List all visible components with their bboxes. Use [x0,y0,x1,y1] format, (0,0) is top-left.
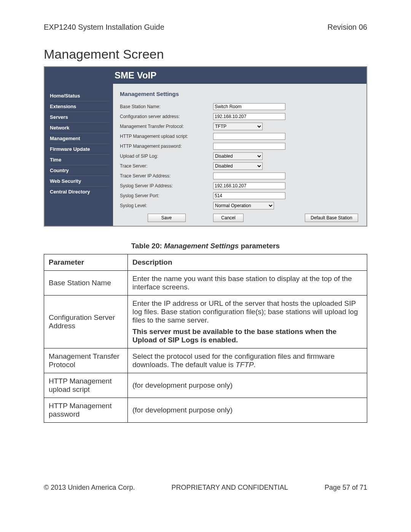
parameters-table: Parameter Description Base Station Name … [44,254,367,423]
sidebar-item-country[interactable]: Country [50,165,109,176]
label-syslog-ip: Syslog Server IP Address: [120,183,213,189]
cell-desc: Enter the IP address or URL of the serve… [128,296,367,348]
sidebar-item-extensions[interactable]: Extensions [50,101,109,112]
cell-desc: Enter the name you want this base statio… [128,271,367,296]
label-transfer-protocol: Management Transfer Protocol: [120,124,213,129]
cell-desc: (for development purpose only) [128,398,367,423]
label-syslog-port: Syslog Server Port: [120,193,213,198]
cell-desc: Select the protocol used for the configu… [128,348,367,373]
table-row: HTTP Management upload script (for devel… [44,373,367,398]
sidebar-item-websecurity[interactable]: Web Security [50,176,109,187]
th-description: Description [128,254,367,271]
footer-page: Page 57 of 71 [325,484,367,492]
cell-param: Base Station Name [44,271,128,296]
cell-param: HTTP Management password [44,398,128,423]
cell-param: HTTP Management upload script [44,373,128,398]
label-mgmt-password: HTTP Management password: [120,144,213,149]
input-config-server[interactable] [213,113,285,120]
app-title: SME VoIP [115,70,360,81]
select-syslog-level[interactable]: Normal Operation [213,202,274,209]
settings-panel: Management Settings Base Station Name: C… [113,84,366,226]
sidebar-item-network[interactable]: Network [50,123,109,133]
table-row: Management Transfer Protocol Select the … [44,348,367,373]
table-row: Base Station Name Enter the name you wan… [44,271,367,296]
label-upload-script: HTTP Management upload script: [120,134,213,139]
sidebar-item-servers[interactable]: Servers [50,112,109,123]
sidebar-item-firmware[interactable]: Firmware Update [50,144,109,155]
doc-title: EXP1240 System Installation Guide [44,23,164,32]
input-base-station-name[interactable] [213,103,285,110]
footer-copyright: © 2013 Uniden America Corp. [44,484,135,492]
save-button[interactable]: Save [148,214,186,222]
document-footer: © 2013 Uniden America Corp. PROPRIETARY … [44,484,367,492]
caption-italic: Management Settings [164,242,239,250]
label-trace-server: Trace Server: [120,163,213,169]
table-caption: Table 20: Management Settings parameters [44,242,367,250]
doc-revision: Revision 06 [327,23,367,32]
label-upload-sip: Upload of SIP Log: [120,153,213,159]
sidebar-item-directory[interactable]: Central Directory [50,187,109,197]
footer-confidential: PROPRIETARY AND CONFIDENTIAL [172,484,288,492]
app-banner: SME VoIP [45,67,366,84]
cancel-button[interactable]: Cancel [213,214,244,222]
label-syslog-level: Syslog Level: [120,203,213,208]
sidebar-item-home[interactable]: Home/Status [50,91,109,101]
input-syslog-port[interactable] [213,192,285,199]
panel-title: Management Settings [120,91,360,97]
section-heading: Management Screen [44,47,367,62]
sidebar-item-time[interactable]: Time [50,155,109,165]
default-base-station-button[interactable]: Default Base Station [305,214,358,222]
input-trace-ip[interactable] [213,173,285,179]
management-screenshot: SME VoIP Home/Status Extensions Servers … [44,66,367,227]
cell-desc: (for development purpose only) [128,373,367,398]
label-config-server: Configuration server address: [120,114,213,119]
th-parameter: Parameter [44,254,128,271]
table-row: Configuration Server Address Enter the I… [44,296,367,348]
cell-param: Management Transfer Protocol [44,348,128,373]
sidebar-item-management[interactable]: Management [50,133,109,144]
cell-desc-bold: This server must be available to the bas… [132,328,362,344]
select-trace-server[interactable]: Disabled [213,162,263,170]
label-base-station-name: Base Station Name: [120,104,213,109]
input-mgmt-password[interactable] [213,143,285,150]
table-row: HTTP Management password (for developmen… [44,398,367,423]
caption-suffix: parameters [239,242,280,250]
input-syslog-ip[interactable] [213,182,285,189]
document-page: EXP1240 System Installation Guide Revisi… [0,0,411,507]
sidebar: Home/Status Extensions Servers Network M… [45,84,113,226]
select-transfer-protocol[interactable]: TFTP [213,123,263,130]
caption-prefix: Table 20: [131,242,164,250]
input-upload-script[interactable] [213,133,285,140]
document-header: EXP1240 System Installation Guide Revisi… [44,23,367,32]
cell-param: Configuration Server Address [44,296,128,348]
select-upload-sip[interactable]: Disabled [213,152,263,160]
label-trace-ip: Trace Server IP Address: [120,173,213,179]
